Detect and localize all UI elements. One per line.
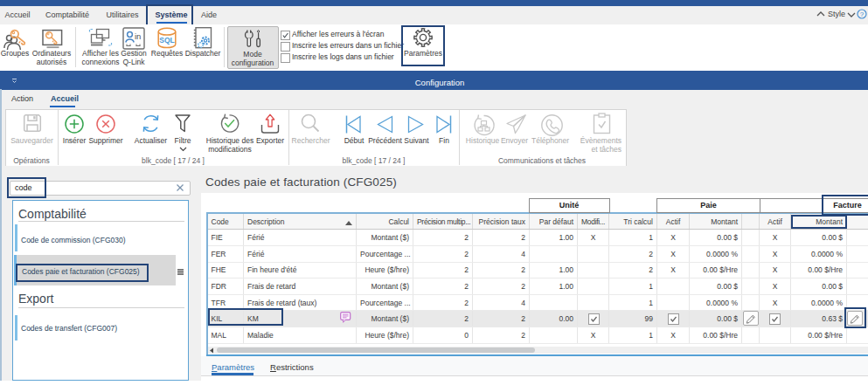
svg-text:SQL: SQL — [159, 36, 174, 45]
svg-text:?: ? — [860, 10, 865, 18]
svg-text:in: in — [135, 31, 141, 41]
